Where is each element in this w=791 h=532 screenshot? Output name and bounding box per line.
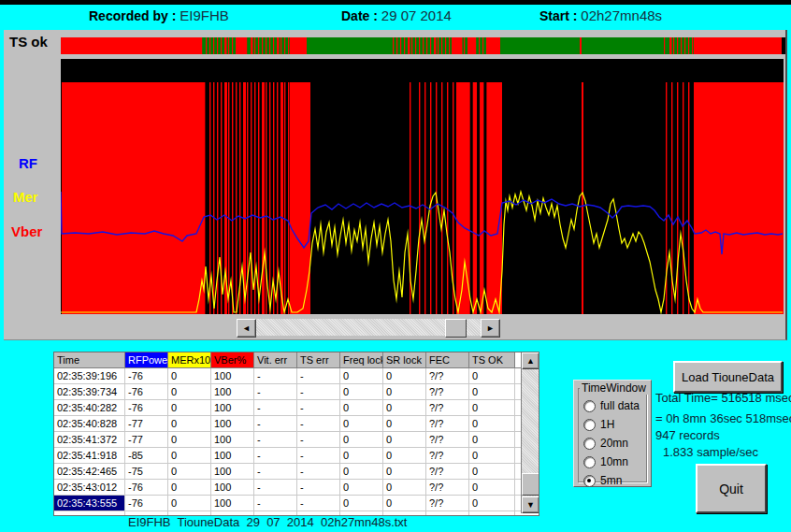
table-row[interactable]: 02:35:41:918-850100--00?/?0 [54,448,539,464]
column-header-freq-lock[interactable]: Freq lock [340,352,383,367]
table-cell[interactable]: 0 [340,448,383,463]
scroll-up-arrow-icon[interactable]: ▲ [522,352,539,369]
table-cell[interactable]: ?/? [426,432,469,447]
table-cell[interactable]: 02:35:40:828 [54,416,125,431]
table-cell[interactable]: 100 [211,368,254,383]
table-row[interactable]: 02:35:42:465-750100--00?/?0 [54,464,539,480]
scroll-down-arrow-icon[interactable]: ▼ [522,496,539,513]
table-cell[interactable]: ?/? [426,448,469,463]
column-header-sr-lock[interactable]: SR lock [383,352,426,367]
table-cell[interactable]: 0 [168,464,211,479]
table-cell[interactable]: -76 [125,384,168,399]
table-cell[interactable]: 100 [211,448,254,463]
column-header-time[interactable]: Time [54,352,125,367]
table-cell[interactable]: 100 [211,384,254,399]
table-cell[interactable]: -85 [125,448,168,463]
table-cell[interactable]: -77 [125,416,168,431]
load-tiounedata-button[interactable]: Load TiouneData [673,361,783,393]
table-cell[interactable]: 02:35:41:918 [54,448,125,463]
table-row[interactable]: 02:35:41:372-770100--00?/?0 [54,432,539,448]
timewindow-option-10mn[interactable]: 10mn [583,455,628,468]
table-cell[interactable]: -76 [125,496,168,510]
scroll-left-arrow-icon[interactable]: ◄ [237,319,256,338]
table-cell[interactable]: 0 [168,432,211,447]
table-cell[interactable] [426,511,469,516]
table-cell[interactable]: 100 [211,432,254,447]
table-row[interactable]: 02:35:43:012-760100--00?/?0 [54,480,539,496]
table-cell[interactable]: - [297,464,340,479]
table-cell[interactable]: 0 [469,448,515,463]
table-cell[interactable]: - [297,400,340,415]
table-cell[interactable]: 0 [469,496,515,510]
column-header-rfpower[interactable]: RFPower [125,352,168,367]
table-cell[interactable]: ?/? [426,400,469,415]
table-cell[interactable]: 100 [211,400,254,415]
table-cell[interactable]: - [297,432,340,447]
table-cell[interactable]: 0 [383,368,426,383]
table-cell[interactable]: 0 [168,384,211,399]
table-cell[interactable]: 02:35:42:465 [54,464,125,479]
horizontal-scroll-thumb[interactable] [445,319,467,338]
table-cell[interactable]: - [254,416,297,431]
table-row[interactable]: 02:35:43:555-760100--00?/?0 [54,496,539,511]
radio-icon[interactable] [583,400,596,412]
table-cell[interactable]: - [254,448,297,463]
quit-button[interactable]: Quit [696,464,767,513]
table-cell[interactable]: 0 [168,480,211,495]
table-cell[interactable]: -76 [125,480,168,495]
table-row[interactable]: 02:35:39:734-760100--00?/?0 [54,384,539,400]
timewindow-option-1h[interactable]: 1H [583,418,614,431]
table-cell[interactable]: - [297,480,340,495]
table-row[interactable]: 02:35:40:828-770100--00?/?0 [54,416,539,432]
table-cell[interactable]: 0 [383,384,426,399]
table-cell[interactable]: ?/? [426,368,469,383]
table-cell[interactable]: -76 [125,368,168,383]
column-header-fec[interactable]: FEC [426,352,469,367]
column-header-merx10[interactable]: MERx10 [168,352,211,367]
table-cell[interactable]: ?/? [426,480,469,495]
table-cell[interactable]: - [254,496,297,510]
table-cell[interactable]: 0 [168,416,211,431]
table-cell[interactable]: 02:35:39:196 [54,368,125,383]
table-cell[interactable]: 0 [168,400,211,415]
table-cell[interactable]: 0 [469,368,515,383]
table-cell[interactable]: ?/? [426,464,469,479]
table-cell[interactable]: 0 [168,448,211,463]
column-header-vit-err[interactable]: Vit. err [254,352,297,367]
timewindow-option-5mn[interactable]: 5mn [583,474,622,487]
table-vertical-scrollbar[interactable]: ▲ ▼ [521,352,539,513]
radio-icon[interactable] [583,419,596,431]
table-cell[interactable]: 0 [469,480,515,495]
table-cell[interactable]: 0 [340,432,383,447]
table-cell[interactable]: 0 [340,416,383,431]
table-cell[interactable]: -75 [125,464,168,479]
table-cell[interactable]: 02:35:43:012 [54,480,125,495]
table-cell[interactable]: 02:35:41:372 [54,432,125,447]
vertical-scroll-thumb[interactable] [522,473,539,496]
table-cell[interactable]: - [254,368,297,383]
table-cell[interactable]: - [297,384,340,399]
table-cell[interactable]: 0 [383,464,426,479]
table-cell[interactable]: ?/? [426,496,469,510]
table-cell[interactable]: - [254,384,297,399]
table-cell[interactable]: 0 [469,416,515,431]
table-cell[interactable]: 100 [211,416,254,431]
table-cell[interactable]: 0 [383,496,426,510]
table-cell[interactable]: 0 [469,464,515,479]
table-cell[interactable]: 0 [340,480,383,495]
table-cell[interactable]: ?/? [426,416,469,431]
table-cell[interactable]: 0 [383,400,426,415]
table-cell[interactable]: - [254,464,297,479]
table-cell[interactable]: 0 [469,400,515,415]
table-cell[interactable]: 0 [469,432,515,447]
table-cell[interactable]: 0 [340,400,383,415]
table-cell[interactable]: 0 [383,416,426,431]
timewindow-option-20mn[interactable]: 20mn [583,437,628,450]
table-cell[interactable]: -77 [125,432,168,447]
table-cell[interactable]: 0 [469,384,515,399]
table-cell[interactable]: 02:35:39:734 [54,384,125,399]
table-cell[interactable]: -76 [125,400,168,415]
table-cell[interactable]: 02:35:43:555 [54,496,125,510]
table-row[interactable]: 02:35:39:196-760100--00?/?0 [54,368,539,384]
table-cell[interactable]: 0 [168,368,211,383]
